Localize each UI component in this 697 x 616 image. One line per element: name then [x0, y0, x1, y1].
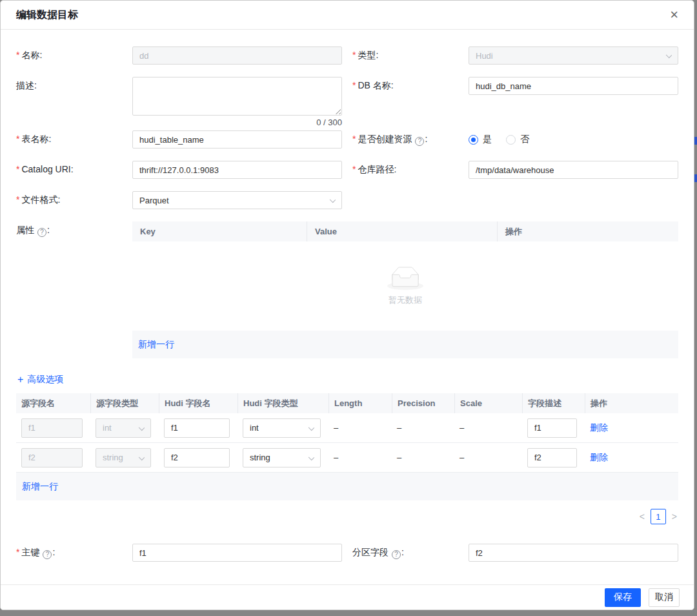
column-header-action: 操作 [585, 393, 678, 413]
catalog-uri-label: *Catalog URI: [16, 161, 132, 179]
fields-table-footer: 新增一行 [16, 473, 678, 500]
required-mark: * [352, 164, 356, 174]
background-page-fragment [694, 174, 697, 182]
empty-state: 暂无数据 [132, 241, 678, 331]
required-mark: * [16, 50, 19, 60]
primary-key-label: *主键?: [16, 544, 132, 562]
advanced-options-toggle[interactable]: + 高级选项 [17, 374, 678, 385]
cancel-button[interactable]: 取消 [649, 588, 680, 607]
required-mark: * [16, 547, 19, 557]
length-value: – [328, 423, 392, 433]
chevron-down-icon [139, 454, 145, 460]
required-mark: * [352, 80, 356, 90]
dialog-footer: 保存 取消 [1, 584, 694, 610]
empty-text: 暂无数据 [389, 294, 422, 306]
help-icon[interactable]: ? [37, 228, 46, 237]
column-header-hudi-type: Hudi 字段类型 [237, 393, 328, 413]
plus-icon: + [17, 375, 23, 385]
chevron-down-icon [330, 197, 336, 203]
file-format-select-value: Parquet [139, 196, 169, 205]
help-icon[interactable]: ? [43, 550, 52, 559]
column-header-hudi-name: Hudi 字段名 [159, 393, 237, 413]
warehouse-path-input[interactable] [469, 161, 678, 179]
file-format-label: *文件格式: [16, 191, 132, 209]
column-header-source-type: 源字段类型 [90, 393, 159, 413]
field-row: string string – – – 删除 [16, 443, 678, 473]
required-mark: * [352, 134, 356, 144]
required-mark: * [16, 134, 19, 144]
column-header-precision: Precision [392, 393, 454, 413]
chevron-down-icon [139, 424, 145, 430]
background-page-fragment [694, 137, 697, 145]
warehouse-path-label: *仓库路径: [352, 161, 469, 179]
field-row: int int – – – 删除 [16, 413, 678, 443]
chevron-down-icon [308, 424, 314, 430]
properties-label: 属性?: [16, 221, 132, 358]
length-value: – [328, 453, 392, 462]
column-header-length: Length [328, 393, 392, 413]
dialog-title: 编辑数据目标 [16, 8, 78, 22]
radio-checked-icon [469, 135, 478, 145]
page-number[interactable]: 1 [651, 509, 666, 524]
source-type-select[interactable]: int [96, 418, 151, 438]
create-resource-label: *是否创建资源?: [352, 130, 469, 149]
radio-unchecked-icon [506, 135, 516, 145]
radio-yes[interactable]: 是 [469, 134, 492, 145]
name-input[interactable] [132, 46, 342, 65]
dialog-header: 编辑数据目标 × [1, 1, 694, 30]
add-property-row-link[interactable]: 新增一行 [138, 339, 174, 351]
field-description-input[interactable] [527, 418, 577, 438]
radio-no[interactable]: 否 [506, 134, 529, 145]
properties-table-header: Key Value 操作 [132, 221, 678, 241]
properties-table-footer: 新增一行 [132, 331, 678, 358]
field-description-input[interactable] [527, 448, 577, 467]
required-mark: * [352, 50, 356, 60]
source-name-input[interactable] [21, 448, 83, 467]
fields-table-header: 源字段名 源字段类型 Hudi 字段名 Hudi 字段类型 Length Pre… [16, 393, 678, 413]
description-label: 描述: [16, 77, 132, 127]
hudi-name-input[interactable] [164, 418, 230, 438]
chevron-down-icon [308, 454, 314, 460]
type-select-value: Hudi [476, 51, 493, 61]
source-name-input[interactable] [21, 418, 83, 438]
required-mark: * [16, 194, 19, 205]
char-counter: 0 / 300 [132, 118, 342, 127]
hudi-type-select[interactable]: int [243, 418, 321, 438]
properties-table: Key Value 操作 [132, 221, 678, 358]
db-name-label: *DB 名称: [352, 77, 469, 127]
partition-field-input[interactable] [469, 544, 678, 562]
column-header-source-name: 源字段名 [16, 393, 90, 413]
next-page-icon[interactable]: > [672, 511, 677, 522]
file-format-select[interactable]: Parquet [132, 191, 342, 209]
description-textarea[interactable] [132, 77, 342, 116]
db-name-input[interactable] [469, 77, 678, 95]
column-header-key: Key [132, 221, 307, 241]
save-button[interactable]: 保存 [605, 588, 641, 607]
dialog-body: *名称: *类型: Hudi 描述: [1, 30, 694, 562]
scale-value: – [454, 453, 522, 462]
primary-key-input[interactable] [132, 544, 342, 562]
precision-value: – [392, 423, 454, 433]
column-header-value: Value [307, 221, 497, 241]
catalog-uri-input[interactable] [132, 161, 342, 179]
partition-field-label: 分区字段?: [352, 544, 469, 562]
column-header-scale: Scale [454, 393, 522, 413]
add-field-row-link[interactable]: 新增一行 [22, 481, 58, 493]
close-icon[interactable]: × [670, 8, 678, 22]
empty-box-icon [387, 266, 423, 291]
edit-data-target-dialog: 编辑数据目标 × *名称: *类型: Hudi 描述: [0, 0, 694, 610]
column-header-description: 字段描述 [522, 393, 585, 413]
delete-row-link[interactable]: 删除 [590, 422, 608, 433]
hudi-type-select[interactable]: string [243, 448, 321, 467]
source-type-select[interactable]: string [96, 448, 151, 467]
prev-page-icon[interactable]: < [640, 511, 645, 522]
table-name-input[interactable] [132, 130, 342, 149]
help-icon[interactable]: ? [392, 550, 401, 559]
type-select[interactable]: Hudi [469, 46, 678, 65]
type-label: *类型: [352, 46, 469, 65]
delete-row-link[interactable]: 删除 [590, 452, 608, 462]
help-icon[interactable]: ? [415, 137, 424, 146]
required-mark: * [16, 164, 19, 174]
name-label: *名称: [16, 46, 132, 65]
hudi-name-input[interactable] [164, 448, 230, 467]
